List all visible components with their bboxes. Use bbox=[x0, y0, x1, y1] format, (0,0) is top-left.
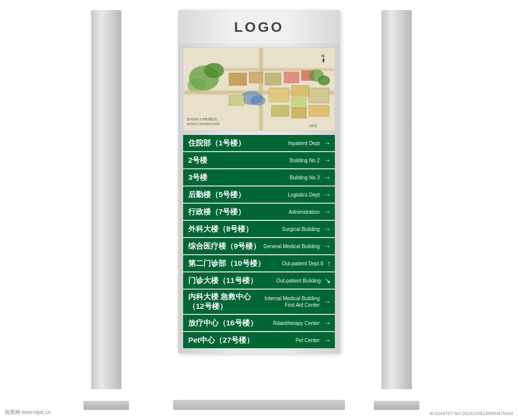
dir-chinese-12: Pet中心（27号楼） bbox=[188, 336, 295, 345]
dir-english-9: Out-patient Building bbox=[276, 277, 321, 284]
svg-point-2 bbox=[204, 63, 224, 78]
svg-rect-15 bbox=[291, 98, 307, 108]
dir-arrow-8: ↑ bbox=[327, 259, 331, 267]
sign-board: LOGO bbox=[178, 10, 340, 353]
dir-chinese-9: 门诊大楼（11号楼） bbox=[188, 276, 276, 286]
svg-text:G医院: G医院 bbox=[309, 124, 318, 127]
dir-english-5: Adminstration bbox=[289, 209, 320, 215]
svg-rect-23 bbox=[309, 106, 329, 117]
directions-list: 住院部（1号楼） Inpatient Dept → 2号楼 Building N… bbox=[183, 135, 335, 348]
dir-arrow-4: → bbox=[324, 191, 331, 199]
svg-rect-12 bbox=[229, 96, 244, 106]
svg-text:贵州医科大学附属医院导览图: 贵州医科大学附属医院导览图 bbox=[187, 122, 220, 125]
dir-english-11: Rdaiotherapy Center bbox=[273, 320, 320, 326]
direction-row-11: 放疗中心（16号楼） Rdaiotherapy Center → bbox=[183, 315, 335, 331]
right-pole bbox=[381, 10, 412, 389]
dir-chinese-2: 2号楼 bbox=[188, 156, 290, 165]
dir-arrow-6: → bbox=[324, 225, 331, 233]
direction-row-12: Pet中心（27号楼） Pet Center → bbox=[183, 332, 335, 348]
svg-point-11 bbox=[250, 96, 266, 106]
dir-chinese-8: 第二门诊部（10号楼） bbox=[188, 259, 282, 268]
direction-row-2: 2号楼 Building No.2 → bbox=[183, 152, 335, 168]
svg-rect-7 bbox=[229, 73, 247, 85]
svg-text:贵州医科大学附属医院: 贵州医科大学附属医院 bbox=[187, 117, 217, 121]
dir-chinese-5: 行政楼（7号楼） bbox=[188, 207, 289, 217]
svg-point-20 bbox=[318, 75, 330, 85]
logo-section: LOGO bbox=[178, 10, 340, 43]
dir-english-6: Surgical Building bbox=[282, 226, 320, 232]
dir-english-3: Building No.3 bbox=[290, 174, 320, 181]
id-text: ID:4163767 NO:20181206135800475034 bbox=[429, 411, 513, 416]
direction-row-10: 内科大楼 急救中心（12号楼） Internal Medical Buildin… bbox=[183, 290, 335, 314]
direction-row-3: 3号楼 Building No.3 → bbox=[183, 169, 335, 185]
dir-chinese-3: 3号楼 bbox=[188, 173, 290, 182]
dir-english-12: Pet Center bbox=[295, 337, 320, 344]
direction-row-1: 住院部（1号楼） Inpatient Dept → bbox=[183, 135, 335, 151]
svg-rect-14 bbox=[291, 85, 309, 97]
direction-row-6: 外科大楼（8号楼） Surgical Building → bbox=[183, 221, 335, 237]
svg-rect-9 bbox=[265, 73, 281, 85]
dir-chinese-4: 后勤楼（5号楼） bbox=[188, 190, 288, 200]
watermark: 昵图网 www.nipic.cn bbox=[5, 409, 51, 416]
dir-english-1: Inpatient Dept bbox=[288, 140, 320, 147]
dir-english-10: Internal Medical BuildingFirst Aid Cente… bbox=[265, 295, 320, 308]
dir-english-8: Out-patient Dept.II bbox=[282, 260, 323, 267]
sign-board-base bbox=[173, 400, 345, 410]
svg-rect-13 bbox=[269, 88, 289, 102]
svg-rect-17 bbox=[284, 72, 299, 83]
scene: LOGO bbox=[0, 0, 518, 420]
map-section: 贵州医科大学附属医院 贵州医科大学附属医院导览图 N G医院 bbox=[183, 48, 335, 131]
svg-text:N: N bbox=[321, 54, 324, 58]
direction-row-5: 行政楼（7号楼） Adminstration → bbox=[183, 204, 335, 220]
dir-chinese-10: 内科大楼 急救中心（12号楼） bbox=[188, 292, 265, 311]
dir-english-7: General Medical Building bbox=[264, 243, 320, 250]
dir-english-2: Building No.2 bbox=[290, 157, 320, 164]
svg-rect-22 bbox=[291, 108, 307, 118]
dir-arrow-2: → bbox=[324, 156, 331, 164]
logo-text: LOGO bbox=[188, 19, 330, 35]
direction-row-9: 门诊大楼（11号楼） Out-patient Building ↘ bbox=[183, 272, 335, 289]
direction-row-8: 第二门诊部（10号楼） Out-patient Dept.II ↑ bbox=[183, 255, 335, 271]
dir-arrow-11: → bbox=[324, 319, 331, 327]
svg-rect-8 bbox=[249, 72, 263, 83]
svg-rect-5 bbox=[259, 48, 263, 130]
svg-rect-21 bbox=[272, 106, 289, 117]
left-pole-base bbox=[83, 401, 129, 410]
dir-arrow-7: → bbox=[324, 242, 331, 250]
dir-chinese-7: 综合医疗楼（9号楼） bbox=[188, 242, 264, 251]
dir-chinese-6: 外科大楼（8号楼） bbox=[188, 224, 282, 234]
dir-chinese-1: 住院部（1号楼） bbox=[188, 138, 288, 148]
dir-arrow-5: → bbox=[324, 208, 331, 216]
dir-arrow-10: → bbox=[324, 298, 331, 306]
dir-arrow-9: ↘ bbox=[325, 276, 331, 285]
dir-arrow-1: → bbox=[324, 139, 331, 147]
direction-row-7: 综合医疗楼（9号楼） General Medical Building → bbox=[183, 238, 335, 254]
dir-arrow-12: → bbox=[324, 336, 331, 344]
dir-english-4: Logistics Dept bbox=[288, 192, 320, 198]
dir-arrow-3: → bbox=[324, 173, 331, 181]
svg-rect-16 bbox=[309, 88, 329, 103]
dir-chinese-11: 放疗中心（16号楼） bbox=[188, 318, 273, 328]
right-pole-base bbox=[374, 401, 419, 410]
direction-row-4: 后勤楼（5号楼） Logistics Dept → bbox=[183, 186, 335, 203]
left-pole bbox=[91, 10, 121, 389]
